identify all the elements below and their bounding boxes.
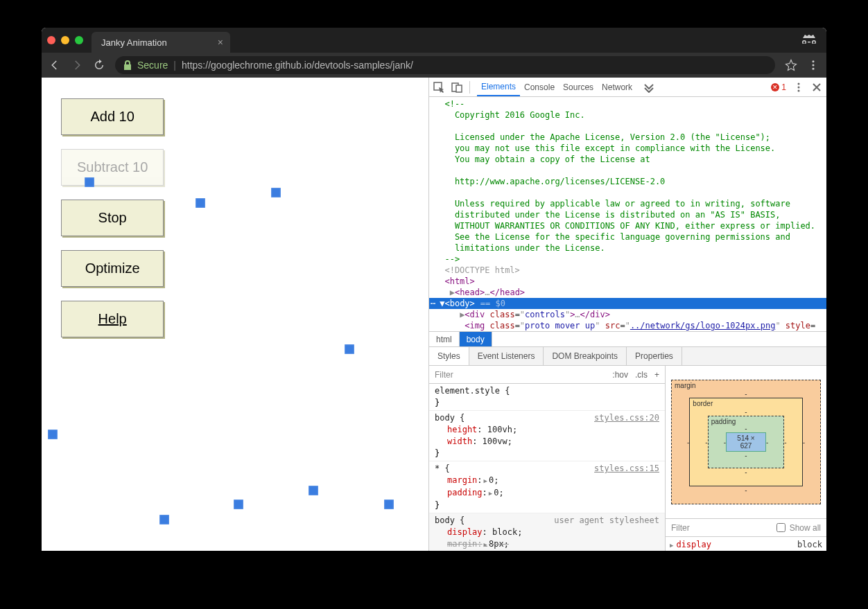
mover-icon (234, 500, 243, 509)
crumb-html[interactable]: html (429, 332, 460, 346)
devtools-tab-network[interactable]: Network (598, 78, 636, 96)
devtools-panel: ElementsConsoleSourcesNetwork ✕ 1 <!-- C… (428, 78, 826, 551)
svg-point-2 (813, 68, 815, 70)
mover-icon (384, 500, 394, 509)
address-bar[interactable]: Secure | https://googlechrome.github.io/… (115, 56, 775, 74)
page-viewport: Add 10 Subtract 10 Stop Optimize Help (42, 78, 428, 551)
styles-filter-row: Filter :hov .cls + (429, 366, 665, 384)
computed-list[interactable]: ▶displayblock (666, 537, 826, 551)
close-tab-icon[interactable]: × (218, 37, 223, 48)
add-rule-button[interactable]: + (654, 370, 659, 380)
svg-point-6 (798, 82, 800, 85)
computed-row[interactable]: ▶displayblock (670, 538, 822, 551)
bookmark-star-icon[interactable] (785, 59, 797, 71)
forward-button (71, 59, 83, 71)
mover-icon (85, 177, 94, 187)
border-label: border (693, 400, 713, 407)
show-all-label: Show all (790, 523, 821, 533)
subtab-styles[interactable]: Styles (429, 347, 469, 365)
add-button[interactable]: Add 10 (61, 98, 164, 135)
cls-toggle[interactable]: .cls (635, 370, 648, 380)
devtools-tab-console[interactable]: Console (520, 78, 559, 96)
margin-label: margin (675, 382, 696, 389)
devtools-close-icon[interactable] (811, 82, 822, 93)
incognito-icon (801, 34, 817, 46)
subtab-properties[interactable]: Properties (627, 347, 682, 365)
reload-button[interactable] (93, 59, 105, 71)
padding-label: padding (711, 418, 736, 425)
show-all-checkbox[interactable] (776, 523, 785, 532)
lock-icon (123, 60, 132, 70)
subtract-button[interactable]: Subtract 10 (61, 149, 164, 186)
svg-rect-5 (456, 85, 462, 92)
tab-strip: Janky Animation × (42, 28, 826, 53)
mover-icon (345, 344, 354, 354)
computed-filter-input[interactable]: Filter (671, 523, 772, 533)
subtab-event-listeners[interactable]: Event Listeners (469, 347, 544, 365)
margin-top-val: - (687, 390, 805, 398)
mover-icon (159, 515, 169, 524)
content-split: Add 10 Subtract 10 Stop Optimize Help El… (42, 78, 826, 551)
computed-column: margin - - border - - (666, 366, 826, 551)
stop-button[interactable]: Stop (61, 200, 164, 236)
optimize-button[interactable]: Optimize (61, 250, 164, 287)
svg-point-0 (813, 60, 815, 62)
error-count[interactable]: ✕ 1 (771, 82, 786, 92)
hov-toggle[interactable]: :hov (612, 370, 628, 380)
error-number: 1 (781, 82, 786, 92)
svg-point-7 (798, 86, 800, 88)
styles-subtabs: StylesEvent ListenersDOM BreakpointsProp… (429, 346, 826, 366)
back-button[interactable] (49, 59, 61, 71)
devtools-tab-elements[interactable]: Elements (477, 78, 520, 96)
browser-window: Janky Animation × Secure | https://googl… (42, 28, 826, 551)
devtools-menu-icon[interactable] (793, 82, 804, 93)
styles-filter-input[interactable]: Filter (435, 370, 605, 380)
devtools-tabs: ElementsConsoleSourcesNetwork (477, 78, 636, 96)
more-tabs-icon[interactable] (643, 82, 654, 93)
window-controls (47, 36, 83, 44)
maximize-window-button[interactable] (75, 36, 83, 44)
mover-icon (271, 188, 281, 197)
crumb-body[interactable]: body (460, 332, 492, 346)
mover-icon (309, 486, 318, 495)
content-size: 514 × 627 (726, 432, 766, 452)
separator (469, 81, 470, 94)
url-text: https://googlechrome.github.io/devtools-… (182, 60, 413, 71)
dom-tree[interactable]: <!-- Copyright 2016 Google Inc. Licensed… (429, 97, 826, 331)
minimize-window-button[interactable] (61, 36, 69, 44)
svg-point-1 (813, 64, 815, 67)
mover-icon (48, 430, 58, 439)
separator: | (173, 60, 176, 71)
computed-filter-row: Filter Show all (666, 519, 826, 537)
styles-body[interactable]: element.style {}styles.css:20body {heigh… (429, 384, 665, 551)
styles-column: Filter :hov .cls + element.style {}style… (429, 366, 666, 551)
breadcrumb: html body (429, 331, 826, 346)
help-button[interactable]: Help (61, 301, 164, 337)
controls-panel: Add 10 Subtract 10 Stop Optimize Help (61, 98, 164, 337)
close-window-button[interactable] (47, 36, 55, 44)
box-model: margin - - border - - (666, 366, 826, 519)
devtools-tab-sources[interactable]: Sources (559, 78, 598, 96)
mover-icon (196, 198, 205, 208)
lower-pane: Filter :hov .cls + element.style {}style… (429, 366, 826, 551)
svg-point-8 (798, 89, 800, 91)
browser-tab[interactable]: Janky Animation × (92, 32, 230, 53)
subtab-dom-breakpoints[interactable]: DOM Breakpoints (544, 347, 627, 365)
device-toggle-icon[interactable] (451, 82, 462, 93)
address-toolbar: Secure | https://googlechrome.github.io/… (42, 53, 826, 78)
devtools-header: ElementsConsoleSourcesNetwork ✕ 1 (429, 78, 826, 97)
browser-menu-icon[interactable] (807, 59, 819, 71)
secure-label: Secure (137, 60, 168, 71)
error-icon: ✕ (771, 83, 779, 91)
inspect-icon[interactable] (433, 82, 444, 93)
tab-title: Janky Animation (101, 37, 167, 48)
